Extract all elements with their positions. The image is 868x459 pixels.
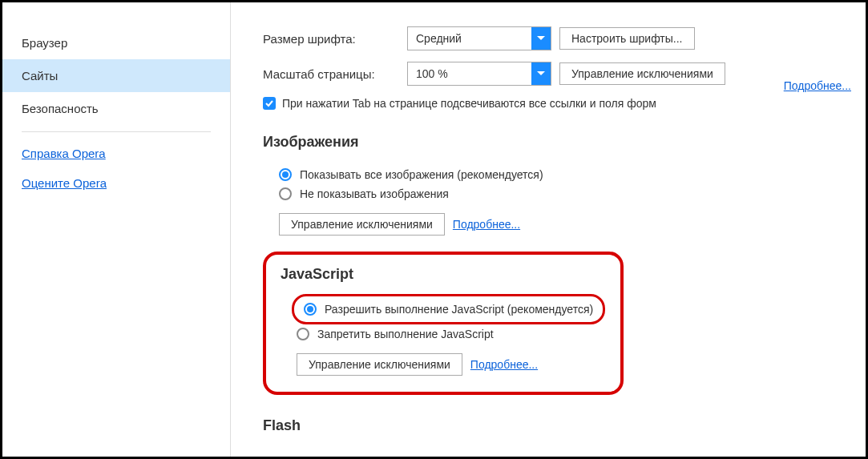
sidebar-item-security[interactable]: Безопасность	[2, 92, 230, 125]
page-zoom-row: Масштаб страницы: 100 % Управление исклю…	[263, 62, 850, 86]
images-section-title: Изображения	[263, 134, 850, 151]
sidebar-link-help[interactable]: Справка Opera	[2, 139, 230, 168]
page-zoom-select[interactable]: 100 %	[407, 62, 551, 86]
flash-section-title: Flash	[263, 417, 850, 434]
javascript-exceptions-button[interactable]: Управление исключениями	[297, 353, 462, 376]
sidebar-divider	[22, 131, 211, 132]
images-show-label: Показывать все изображения (рекомендуетс…	[300, 168, 543, 181]
javascript-block-radio[interactable]	[297, 328, 309, 340]
page-zoom-value: 100 %	[416, 67, 448, 80]
chevron-down-icon	[531, 62, 551, 85]
javascript-more-link[interactable]: Подробнее...	[470, 358, 538, 371]
javascript-allow-radio[interactable]	[304, 303, 317, 316]
images-hide-label: Не показывать изображения	[300, 187, 449, 200]
tab-highlight-row: При нажатии Tab на странице подсвечивают…	[263, 97, 850, 110]
javascript-allow-label: Разрешить выполнение JavaScript (рекомен…	[325, 303, 593, 316]
images-hide-row: Не показывать изображения	[263, 184, 850, 203]
sidebar-item-sites[interactable]: Сайты	[2, 59, 230, 92]
font-size-row: Размер шрифта: Средний Настроить шрифты.…	[263, 26, 850, 50]
images-hide-radio[interactable]	[279, 187, 292, 200]
images-more-link[interactable]: Подробнее...	[453, 218, 520, 231]
javascript-section-highlight: JavaScript Разрешить выполнение JavaScri…	[263, 252, 624, 395]
tab-highlight-label: При нажатии Tab на странице подсвечивают…	[282, 97, 656, 110]
sidebar-link-rate[interactable]: Оцените Opera	[2, 168, 230, 198]
zoom-exceptions-button[interactable]: Управление исключениями	[559, 62, 725, 85]
sidebar-item-browser[interactable]: Браузер	[2, 26, 230, 59]
tab-highlight-checkbox[interactable]	[263, 97, 276, 110]
images-exceptions-button[interactable]: Управление исключениями	[279, 213, 445, 236]
page-zoom-label: Масштаб страницы:	[263, 67, 407, 81]
javascript-block-label: Запретить выполнение JavaScript	[317, 328, 494, 340]
images-show-row: Показывать все изображения (рекомендуетс…	[263, 165, 850, 184]
font-size-select[interactable]: Средний	[407, 26, 551, 50]
font-size-label: Размер шрифта:	[263, 32, 407, 46]
images-btn-row: Управление исключениями Подробнее...	[279, 213, 850, 236]
sidebar: Браузер Сайты Безопасность Справка Opera…	[2, 2, 231, 457]
javascript-allow-row: Разрешить выполнение JavaScript (рекомен…	[304, 300, 593, 319]
main-content: Размер шрифта: Средний Настроить шрифты.…	[231, 2, 866, 457]
chevron-down-icon	[531, 27, 551, 50]
zoom-more-link[interactable]: Подробнее...	[784, 79, 851, 92]
javascript-btn-row: Управление исключениями Подробнее...	[297, 353, 606, 376]
images-show-radio[interactable]	[279, 168, 292, 181]
javascript-block-row: Запретить выполнение JavaScript	[281, 324, 606, 344]
javascript-section-title: JavaScript	[281, 266, 606, 283]
javascript-allow-highlight: Разрешить выполнение JavaScript (рекомен…	[292, 294, 605, 324]
customize-fonts-button[interactable]: Настроить шрифты...	[559, 27, 695, 50]
font-size-value: Средний	[416, 32, 462, 45]
